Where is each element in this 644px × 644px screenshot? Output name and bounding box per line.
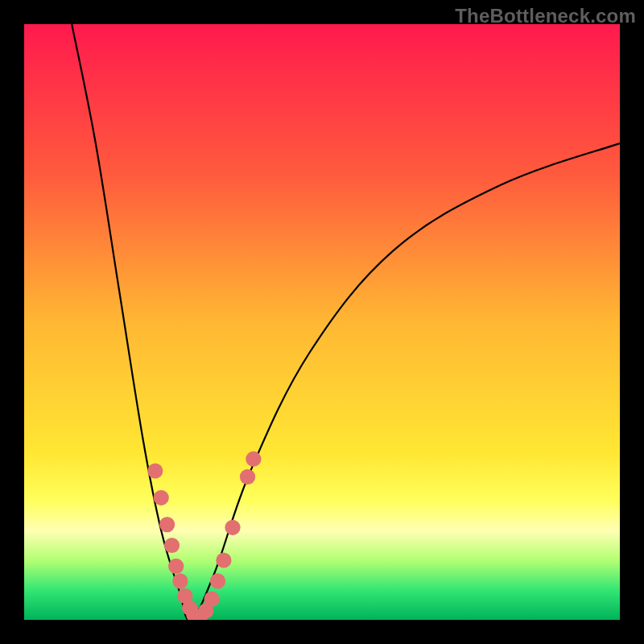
data-marker (172, 573, 188, 588)
chart-svg (24, 24, 620, 620)
chart-plot-area (24, 24, 620, 620)
data-marker (159, 517, 175, 532)
data-marker (168, 559, 184, 574)
data-marker (154, 490, 169, 506)
data-marker (216, 552, 231, 568)
data-marker (204, 591, 219, 606)
data-marker (147, 463, 163, 478)
data-marker (225, 520, 240, 535)
watermark-text: TheBottleneck.com (455, 5, 636, 27)
data-marker (240, 469, 255, 485)
data-marker (246, 452, 261, 467)
bottleneck-curve (72, 24, 620, 620)
data-marker (164, 538, 180, 553)
data-marker (210, 573, 225, 588)
